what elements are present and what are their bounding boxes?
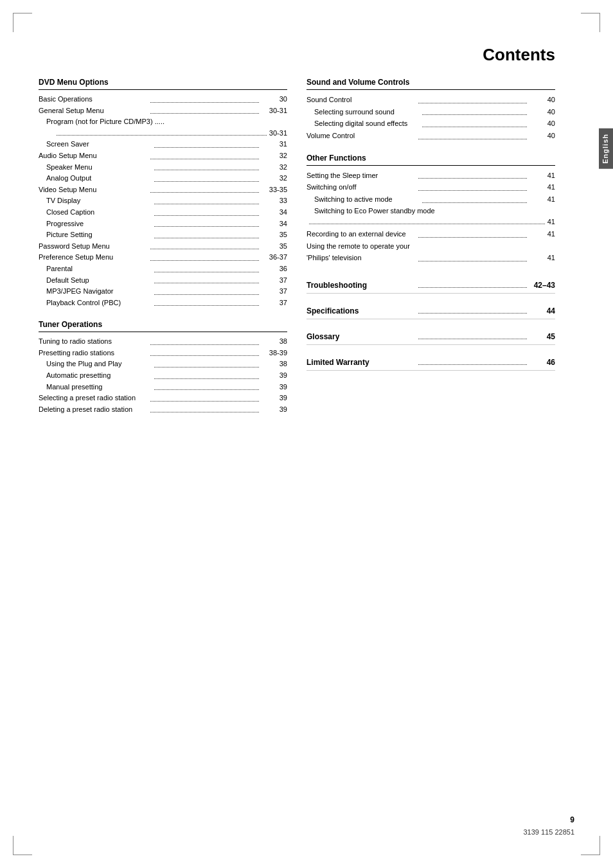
toc-entry-digital-sound: Selecting digital sound effects 40 [306, 118, 555, 130]
section-tuner-ops: Tuner Operations Tuning to radio station… [39, 320, 287, 415]
page: English Contents DVD Menu Options Basic … [0, 0, 613, 868]
toc-entry-switching-onoff: Switching on/off 41 [306, 181, 555, 193]
page-title: Contents [39, 45, 555, 65]
toc-entry-surround: Selecting surround sound 40 [306, 106, 555, 118]
section-header-dvd: DVD Menu Options [39, 78, 287, 90]
entry-glossary: Glossary 45 [306, 327, 555, 345]
toc-entry-password-setup: Password Setup Menu 35 [39, 241, 287, 252]
toc-entry-eco-power: Switching to Eco Power standby mode 41 [306, 206, 555, 228]
toc-entry-speaker-menu: Speaker Menu 32 [39, 162, 287, 173]
toc-entry-delete-preset: Deleting a preset radio station 39 [39, 404, 287, 416]
section-glossary: Glossary 45 [306, 327, 555, 345]
product-code: 3139 115 22851 [523, 828, 574, 836]
section-sound: Sound and Volume Controls Sound Control … [306, 78, 555, 142]
toc-entry-manual-preset: Manual presetting 39 [39, 382, 287, 393]
section-dvd-menu: DVD Menu Options Basic Operations 30 Gen… [39, 78, 287, 308]
toc-entry-presetting: Presetting radio stations 38-39 [39, 348, 287, 359]
right-column: Sound and Volume Controls Sound Control … [306, 78, 555, 427]
corner-mark-bl [13, 836, 32, 855]
toc-entry-sound-control: Sound Control 40 [306, 94, 555, 106]
toc-entry-default-setup: Default Setup 37 [39, 275, 287, 287]
toc-entry-sleep-timer: Setting the Sleep timer 41 [306, 170, 555, 182]
toc-entry-general-setup: General Setup Menu 30-31 [39, 105, 287, 117]
toc-entry-picture-setting: Picture Setting 35 [39, 229, 287, 241]
content-area: DVD Menu Options Basic Operations 30 Gen… [39, 78, 555, 427]
toc-entry-video-setup: Video Setup Menu 33-35 [39, 184, 287, 196]
entry-specifications: Specifications 44 [306, 301, 555, 319]
toc-entry-active-mode: Switching to active mode 41 [306, 193, 555, 206]
corner-mark-br [581, 836, 600, 855]
toc-entry-program: Program (not for Picture CD/MP3) ..... 3… [39, 116, 287, 139]
entry-limited-warranty: Limited Warranty 46 [306, 353, 555, 371]
section-specifications: Specifications 44 [306, 301, 555, 319]
section-header-tuner: Tuner Operations [39, 320, 287, 332]
toc-entry-audio-setup: Audio Setup Menu 32 [39, 150, 287, 162]
toc-entry-select-preset: Selecting a preset radio station 39 [39, 393, 287, 404]
toc-entry-parental: Parental 36 [39, 263, 287, 275]
toc-entry-analog-output: Analog Output 32 [39, 173, 287, 184]
corner-mark-tl [13, 13, 32, 32]
toc-entry-mp3-jpeg: MP3/JPEG Navigator 37 [39, 286, 287, 297]
page-number: 9 [523, 815, 574, 824]
toc-entry-auto-preset: Automatic presetting 39 [39, 370, 287, 382]
toc-entry-progressive: Progressive 34 [39, 218, 287, 230]
section-header-other: Other Functions [306, 154, 555, 166]
toc-entry-pbc: Playback Control (PBC) 37 [39, 297, 287, 309]
toc-entry-using-remote-line2: 'Philips' television 41 [306, 252, 555, 264]
toc-entry-basic-ops: Basic Operations 30 [39, 94, 287, 105]
toc-entry-volume-control: Volume Control 40 [306, 130, 555, 142]
toc-entry-tv-display: TV Display 33 [39, 195, 287, 207]
english-tab: English [599, 128, 613, 169]
toc-entry-screen-saver: Screen Saver 31 [39, 139, 287, 150]
entry-troubleshooting: Troubleshooting 42–43 [306, 276, 555, 294]
toc-entry-tuning: Tuning to radio stations 38 [39, 336, 287, 348]
section-header-sound: Sound and Volume Controls [306, 78, 555, 90]
toc-entry-recording: Recording to an external device 41 [306, 228, 555, 240]
left-column: DVD Menu Options Basic Operations 30 Gen… [39, 78, 287, 427]
section-limited-warranty: Limited Warranty 46 [306, 353, 555, 371]
toc-entry-closed-caption: Closed Caption 34 [39, 207, 287, 218]
toc-entry-plug-play: Using the Plug and Play 38 [39, 359, 287, 370]
section-other-functions: Other Functions Setting the Sleep timer … [306, 154, 555, 264]
corner-mark-tr [581, 13, 600, 32]
section-troubleshooting: Troubleshooting 42–43 [306, 276, 555, 294]
toc-entry-preference-setup: Preference Setup Menu 36-37 [39, 252, 287, 263]
toc-entry-using-remote-line1: Using the remote to operate your [306, 240, 555, 252]
page-bottom: 9 3139 115 22851 [523, 815, 574, 836]
